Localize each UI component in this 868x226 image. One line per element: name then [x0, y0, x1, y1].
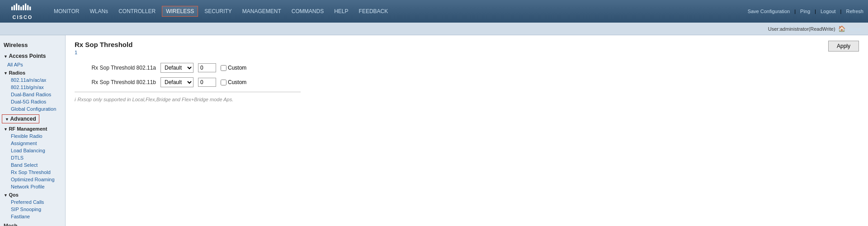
note-row: i Rxsop only supported in Local,Flex,Bri… — [75, 97, 859, 102]
sidebar-80211b[interactable]: 802.11b/g/n/ax — [0, 84, 65, 91]
note-text: Rxsop only supported in Local,Flex,Bridg… — [77, 97, 233, 102]
nav-security[interactable]: SECURITY — [200, 6, 236, 17]
nav-help[interactable]: HELP — [330, 6, 352, 17]
sidebar-network-profile[interactable]: Network Profile — [0, 183, 65, 190]
page-title: Rx Sop Threshold — [75, 41, 859, 48]
checkbox-custom-80211b[interactable]: Custom — [221, 79, 246, 85]
main-panel: Rx Sop Threshold 1 Apply Rx Sop Threshol… — [66, 35, 868, 226]
custom-checkbox-80211b[interactable] — [221, 80, 226, 85]
nav-feedback[interactable]: FEEDBACK — [355, 6, 392, 17]
ping-link[interactable]: Ping — [800, 9, 810, 14]
nav-controller[interactable]: CONTROLLER — [114, 6, 160, 17]
sidebar-preferred-calls[interactable]: Preferred Calls — [0, 198, 65, 206]
refresh-link[interactable]: Refresh — [846, 9, 863, 14]
svg-rect-0 — [11, 6, 13, 10]
main-header: Rx Sop Threshold 1 Apply — [75, 41, 859, 56]
svg-rect-1 — [14, 5, 15, 10]
nav-wlans[interactable]: WLANs — [85, 6, 112, 17]
sidebar-dual-band[interactable]: Dual-Band Radios — [0, 91, 65, 98]
svg-rect-4 — [20, 6, 22, 10]
svg-rect-2 — [16, 3, 17, 10]
sidebar-all-aps[interactable]: All APs — [0, 61, 65, 68]
sidebar-80211a[interactable]: 802.11a/n/ac/ax — [0, 76, 65, 84]
custom-checkbox-80211a[interactable] — [221, 65, 226, 71]
sidebar-optimized-roaming[interactable]: Optimized Roaming — [0, 176, 65, 183]
logo: CISCO — [5, 3, 41, 20]
sidebar: Wireless Access Points All APs Radios 80… — [0, 35, 66, 226]
content-wrapper: Wireless Access Points All APs Radios 80… — [0, 35, 868, 226]
sidebar-rx-sop[interactable]: Rx Sop Threshold — [0, 169, 65, 176]
svg-rect-7 — [27, 5, 28, 10]
apply-button[interactable]: Apply — [828, 41, 859, 52]
cisco-logo-icon — [11, 3, 34, 14]
logout-link[interactable]: Logout — [821, 9, 836, 14]
nav-commands[interactable]: COMMANDS — [288, 6, 328, 17]
label-80211b: Rx Sop Threshold 802.11b — [75, 79, 156, 85]
sidebar-advanced[interactable]: Advanced — [2, 114, 39, 123]
svg-rect-8 — [29, 6, 31, 10]
svg-rect-5 — [23, 5, 24, 10]
nav-monitor[interactable]: MONITOR — [50, 6, 83, 17]
sidebar-sip-snooping[interactable]: SIP Snooping — [0, 206, 65, 213]
select-80211a[interactable]: Default Low Medium High Custom — [160, 63, 193, 73]
home-link[interactable]: Home — [848, 26, 861, 32]
svg-rect-3 — [18, 5, 19, 10]
note-symbol: i — [75, 97, 75, 102]
sidebar-dtls[interactable]: DTLS — [0, 154, 65, 161]
nav-wireless[interactable]: WIRELESS — [162, 6, 198, 17]
sidebar-qos[interactable]: Qos — [0, 190, 65, 198]
sidebar-load-balancing[interactable]: Load Balancing — [0, 147, 65, 154]
sidebar-wireless-title: Wireless — [0, 39, 65, 51]
save-config-link[interactable]: Save Configuration — [748, 9, 790, 14]
sidebar-band-select[interactable]: Band Select — [0, 161, 65, 169]
checkbox-custom-80211a[interactable]: Custom — [221, 65, 246, 71]
label-80211a: Rx Sop Threshold 802.11a — [75, 65, 156, 71]
sidebar-access-points[interactable]: Access Points — [0, 51, 65, 61]
second-row: User:administrator(ReadWrite) 🏠 Home — [0, 23, 868, 35]
sidebar-radios-category[interactable]: Radios — [0, 68, 65, 76]
custom-label-80211b: Custom — [228, 79, 246, 85]
home-icon: 🏠 — [838, 25, 845, 32]
form-row-80211a: Rx Sop Threshold 802.11a Default Low Med… — [75, 63, 859, 73]
user-text: User:administrator(ReadWrite) — [768, 26, 835, 32]
form-divider — [75, 92, 301, 92]
form-row-80211b: Rx Sop Threshold 802.11b Default Low Med… — [75, 77, 859, 87]
sidebar-rf-mgmt[interactable]: RF Management — [0, 124, 65, 132]
user-info: User:administrator(ReadWrite) 🏠 Home — [768, 25, 861, 32]
input-80211a[interactable] — [198, 63, 216, 72]
main-menu: MONITOR WLANs CONTROLLER WIRELESS SECURI… — [50, 6, 748, 17]
sidebar-assignment[interactable]: Assignment — [0, 140, 65, 147]
select-80211b[interactable]: Default Low Medium High Custom — [160, 77, 193, 87]
sidebar-dual-5g[interactable]: Dual-5G Radios — [0, 98, 65, 105]
sidebar-mesh[interactable]: Mesh — [0, 220, 65, 226]
sidebar-flexible-radio[interactable]: Flexible Radio — [0, 132, 65, 140]
cisco-logo-text: CISCO — [13, 14, 33, 20]
custom-label-80211a: Custom — [228, 65, 246, 71]
svg-rect-6 — [25, 3, 26, 10]
sidebar-fastlane[interactable]: Fastlane — [0, 213, 65, 220]
input-80211b[interactable] — [198, 78, 216, 87]
breadcrumb[interactable]: 1 — [75, 50, 77, 55]
nav-management[interactable]: MANAGEMENT — [238, 6, 285, 17]
top-right-actions: Save Configuration | Ping | Logout | Ref… — [748, 9, 863, 14]
top-navigation: CISCO MONITOR WLANs CONTROLLER WIRELESS … — [0, 0, 868, 23]
sidebar-global-config[interactable]: Global Configuration — [0, 105, 65, 113]
